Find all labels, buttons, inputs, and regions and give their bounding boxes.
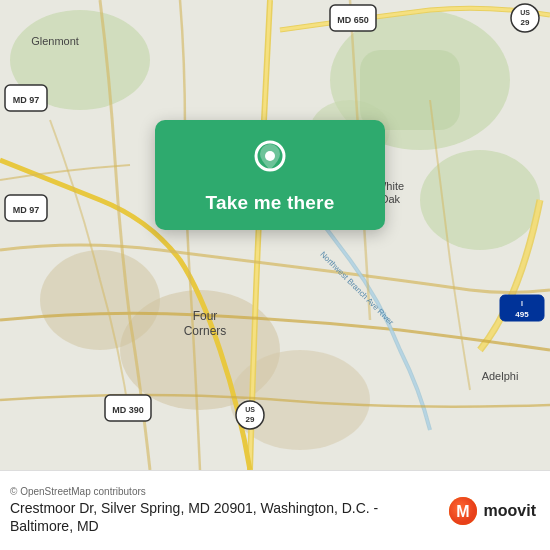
svg-text:MD 97: MD 97 — [13, 95, 40, 105]
svg-rect-5 — [360, 50, 460, 130]
map-container: MD 97 MD 97 MD 650 US 29 US 29 MD 390 I … — [0, 0, 550, 470]
copyright-text: © OpenStreetMap contributors — [10, 486, 430, 497]
svg-text:29: 29 — [246, 415, 255, 424]
svg-text:MD 97: MD 97 — [13, 205, 40, 215]
take-me-there-button[interactable]: Take me there — [206, 192, 335, 214]
svg-text:29: 29 — [521, 18, 530, 27]
svg-text:MD 650: MD 650 — [337, 15, 369, 25]
svg-text:MD 390: MD 390 — [112, 405, 144, 415]
moovit-brand-text: moovit — [484, 502, 536, 520]
svg-text:Adelphi: Adelphi — [482, 370, 519, 382]
svg-point-7 — [40, 250, 160, 350]
svg-text:495: 495 — [515, 310, 529, 319]
svg-text:Corners: Corners — [184, 324, 227, 338]
map-svg: MD 97 MD 97 MD 650 US 29 US 29 MD 390 I … — [0, 0, 550, 470]
svg-text:Glenmont: Glenmont — [31, 35, 79, 47]
svg-text:I: I — [521, 300, 523, 307]
moovit-brand-icon: M — [447, 495, 479, 527]
location-pin-icon — [248, 138, 292, 182]
bottom-bar: © OpenStreetMap contributors Crestmoor D… — [0, 470, 550, 550]
bottom-left: © OpenStreetMap contributors Crestmoor D… — [10, 486, 430, 535]
address-text: Crestmoor Dr, Silver Spring, MD 20901, W… — [10, 499, 430, 535]
location-card: Take me there — [155, 120, 385, 230]
svg-text:US: US — [520, 9, 530, 16]
svg-text:M: M — [456, 503, 469, 520]
moovit-logo[interactable]: M moovit — [447, 495, 536, 527]
svg-text:Four: Four — [193, 309, 218, 323]
svg-text:US: US — [245, 406, 255, 413]
